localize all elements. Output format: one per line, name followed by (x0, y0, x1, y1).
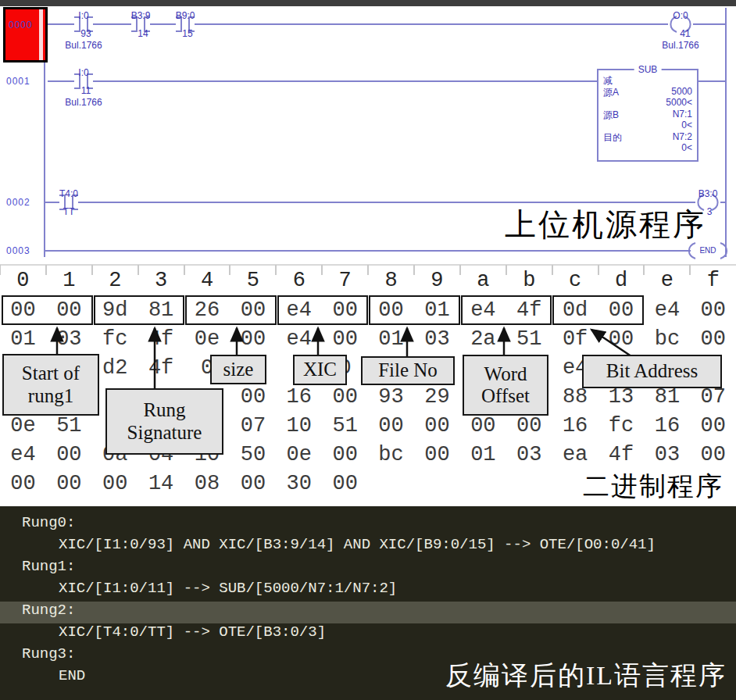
hex-byte: 81 (644, 385, 690, 409)
console-line-text: XIC/[I1:0/93] AND XIC/[B3:9/14] AND XIC/… (59, 536, 656, 553)
hex-byte: 00 (690, 443, 736, 466)
hex-byte: 01 (368, 327, 414, 351)
console-line-text: END (59, 667, 85, 684)
selected-rung-indicator[interactable]: 0000 (3, 7, 48, 62)
hex-byte: 4f (138, 356, 184, 380)
console-line-text: Rung1: (22, 558, 75, 575)
coil-bit: 41 (680, 28, 690, 39)
hex-byte: 29 (414, 385, 460, 409)
sub-source-b-value: N7:1 (673, 109, 692, 120)
hex-byte: 00 (690, 327, 736, 351)
rail-stripe (39, 9, 43, 60)
console-line: XIC/[I1:0/93] AND XIC/[B3:9/14] AND XIC/… (0, 536, 736, 558)
rung3-number[interactable]: 0003 (6, 245, 30, 256)
hex-byte: 51 (506, 327, 552, 351)
hex-byte: 03 (414, 327, 460, 351)
hex-byte: 00 (690, 298, 736, 322)
hex-col-header: 1 (46, 269, 92, 292)
hex-byte: 01 (460, 443, 506, 466)
contact-address: I:0 (78, 10, 88, 21)
hex-byte: e4 (276, 327, 322, 351)
hex-byte: fc (598, 414, 645, 438)
console-line-text: XIC/[I1:0/11] --> SUB/[5000/N7:1/N7:2] (59, 580, 397, 597)
contact-bit: 93 (80, 28, 91, 39)
note-word-offset: Word Offset (463, 355, 548, 416)
hex-byte: 16 (276, 385, 322, 409)
hex-byte: 00 (46, 443, 92, 466)
sub-source-b-label: 源B (603, 109, 619, 122)
console-line-text: Rung0: (22, 514, 75, 531)
note-xic: XIC (293, 355, 347, 385)
hex-byte: 4f (598, 443, 645, 466)
console-line-text: Rung2: (22, 602, 75, 619)
sub-dest-label: 目的 (603, 131, 622, 145)
console-line-text: Rung3: (22, 645, 75, 662)
note-rung-signature: Rung Signature (105, 388, 223, 455)
screenshot-root: 0000 0001 0002 0003 I:0 93 Bul.1766 B3:9… (0, 0, 736, 700)
hex-byte: 0f (552, 327, 598, 351)
contact-bit: 14 (138, 28, 148, 39)
hex-col-header: 7 (322, 269, 368, 292)
hex-byte: 16 (552, 414, 598, 438)
sub-source-b-current: 0< (681, 120, 692, 130)
hex-dump-panel: 0123456789abcdef 00009d812600e4000001e44… (0, 264, 736, 506)
contact-bit: 11 (81, 85, 91, 96)
hex-byte: 00 (506, 414, 552, 438)
note-size: size (210, 355, 266, 384)
window-top-bar (0, 0, 736, 6)
rung2-number[interactable]: 0002 (6, 197, 30, 208)
hex-col-header: 0 (0, 269, 46, 292)
end-coil-label: END (699, 246, 716, 255)
hex-byte: 00 (230, 385, 276, 409)
hex-byte: 00 (598, 327, 645, 351)
hex-col-header: 5 (230, 269, 276, 292)
hex-byte: 14 (138, 472, 184, 495)
hex-pair-box (2, 295, 93, 325)
hex-byte: 0e (184, 327, 230, 351)
hex-byte: e4 (0, 443, 46, 466)
hex-col-header: f (690, 269, 736, 292)
hex-byte: 03 (506, 443, 552, 466)
hex-pair-box (552, 295, 644, 325)
coil-device: Bul.1766 (662, 40, 698, 51)
rung1-number[interactable]: 0001 (6, 76, 30, 87)
hex-byte: fc (92, 327, 138, 351)
hex-col-header: 9 (414, 269, 460, 292)
sub-block-title: SUB (634, 64, 662, 75)
contact-device: Bul.1766 (65, 40, 102, 51)
hex-byte: 08 (184, 472, 230, 495)
console-line: Rung0: (0, 514, 736, 536)
hex-col-header: e (644, 269, 690, 292)
hex-byte: 50 (230, 443, 276, 466)
hex-byte: 4f (138, 327, 184, 351)
hex-col-header: 3 (138, 269, 184, 292)
note-file-no: File No (361, 356, 455, 385)
hex-pair-box (185, 295, 277, 325)
hex-col-header: 8 (368, 269, 414, 292)
hex-byte: 30 (276, 472, 322, 495)
hex-pair-box (277, 295, 368, 325)
hex-pair-box (94, 295, 184, 325)
hex-header-row: 0123456789abcdef (0, 269, 736, 292)
hex-byte: 00 (322, 385, 368, 409)
rung0-number: 0000 (9, 20, 33, 30)
hex-byte: 00 (230, 472, 276, 495)
hex-col-header: 2 (92, 269, 138, 292)
hex-byte: 51 (46, 414, 92, 438)
hex-pair-box (461, 295, 552, 325)
hex-byte: 13 (598, 385, 645, 409)
coil-address: B3:0 (698, 188, 718, 199)
hex-pair-box (369, 295, 460, 325)
hex-byte: bc (368, 443, 414, 466)
hex-byte: 00 (0, 472, 46, 495)
sub-source-a-current: 5000< (666, 97, 692, 108)
hex-byte: 00 (414, 443, 460, 466)
hex-byte: 00 (322, 472, 368, 495)
contact-bit: 15 (182, 28, 192, 39)
hex-byte: 03 (644, 443, 690, 466)
hex-byte: 00 (414, 414, 460, 438)
coil-address: O:0 (673, 10, 688, 21)
il-console-panel: Rung0: XIC/[I1:0/93] AND XIC/[B3:9/14] A… (0, 506, 736, 700)
hex-byte: 00 (230, 327, 276, 351)
hex-byte: 07 (690, 385, 736, 409)
